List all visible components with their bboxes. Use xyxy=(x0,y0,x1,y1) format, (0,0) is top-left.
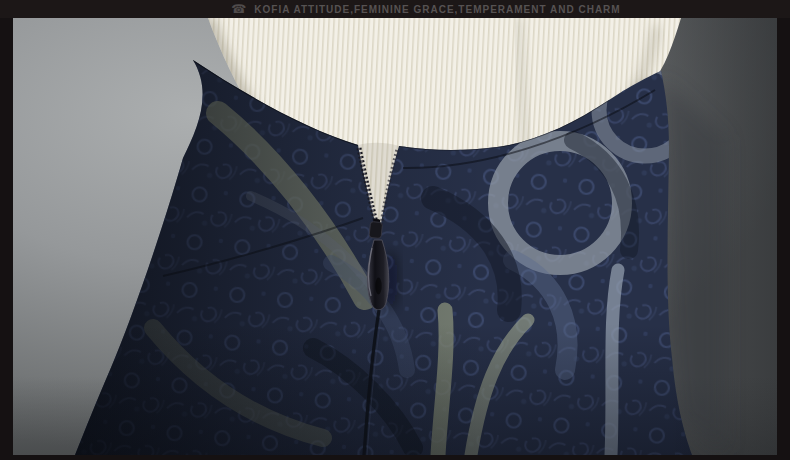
header-banner: ☎ KOFIA ATTITUDE,FEMININE GRACE,TEMPERAM… xyxy=(0,0,790,18)
phone-icon: ☎ xyxy=(231,3,246,15)
header-title: KOFIA ATTITUDE,FEMININE GRACE,TEMPERAMEN… xyxy=(254,4,620,15)
product-photo-svg xyxy=(13,18,777,455)
product-photo xyxy=(13,18,777,455)
